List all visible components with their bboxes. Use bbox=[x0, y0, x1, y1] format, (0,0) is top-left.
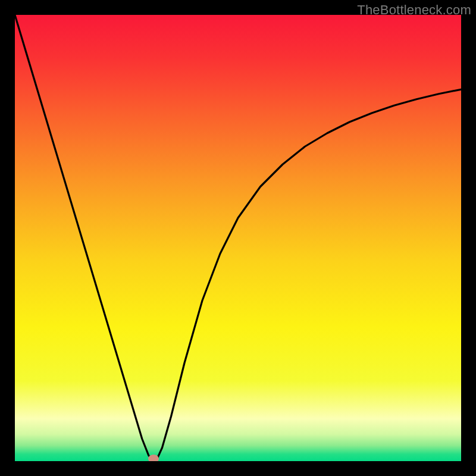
bottleneck-curve bbox=[15, 15, 461, 461]
bottleneck-chart: TheBottleneck.com bbox=[0, 0, 476, 476]
plot-area bbox=[15, 15, 461, 461]
watermark-text: TheBottleneck.com bbox=[357, 2, 471, 18]
minimum-marker bbox=[148, 455, 159, 462]
